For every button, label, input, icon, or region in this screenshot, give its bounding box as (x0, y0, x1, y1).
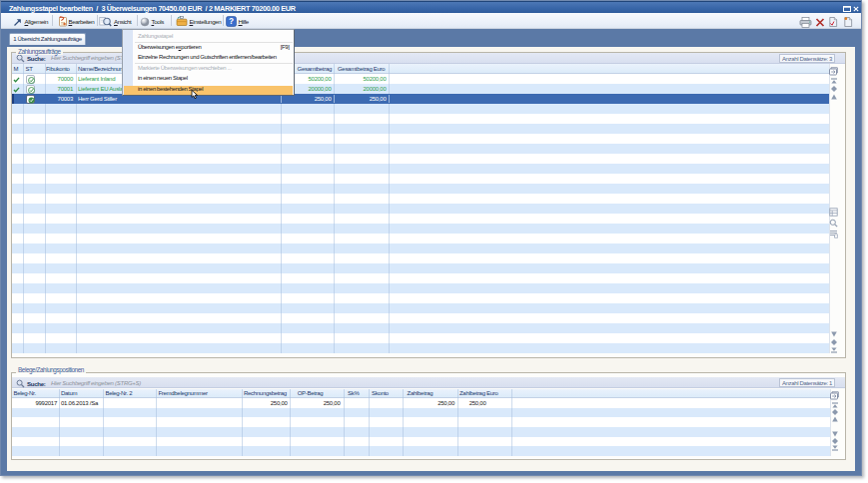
svg-text:?: ? (229, 17, 234, 26)
